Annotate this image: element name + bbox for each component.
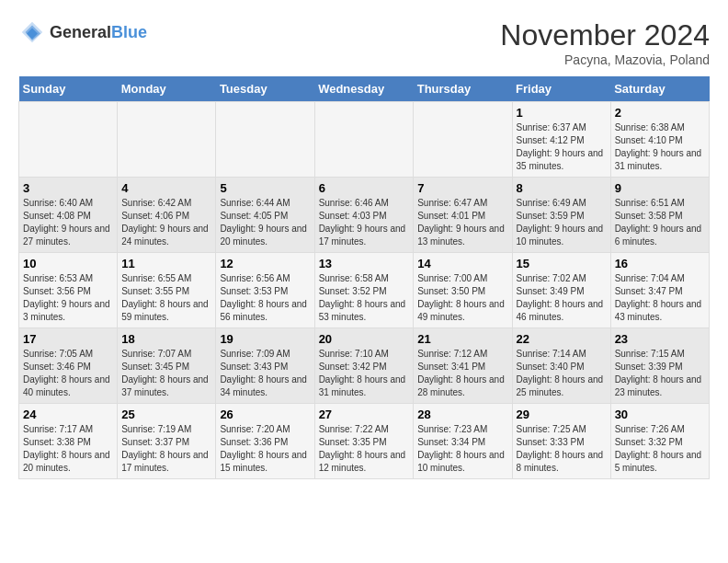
day-info: Sunrise: 7:19 AM Sunset: 3:37 PM Dayligh… bbox=[121, 423, 211, 475]
day-number: 2 bbox=[615, 106, 705, 120]
day-number: 5 bbox=[220, 181, 310, 195]
day-number: 16 bbox=[615, 257, 705, 270]
calendar-cell: 22Sunrise: 7:14 AM Sunset: 3:40 PM Dayli… bbox=[512, 328, 610, 404]
day-number: 23 bbox=[615, 332, 705, 346]
header-row: SundayMondayTuesdayWednesdayThursdayFrid… bbox=[19, 76, 710, 102]
day-number: 3 bbox=[23, 181, 113, 195]
day-number: 29 bbox=[517, 408, 607, 421]
day-info: Sunrise: 6:38 AM Sunset: 4:10 PM Dayligh… bbox=[615, 121, 705, 173]
calendar-cell: 10Sunrise: 6:53 AM Sunset: 3:56 PM Dayli… bbox=[19, 253, 118, 328]
calendar-cell: 30Sunrise: 7:26 AM Sunset: 3:32 PM Dayli… bbox=[610, 404, 709, 479]
day-info: Sunrise: 7:00 AM Sunset: 3:50 PM Dayligh… bbox=[417, 272, 507, 324]
day-number: 14 bbox=[417, 257, 507, 270]
day-header-thursday: Thursday bbox=[414, 76, 512, 102]
calendar-cell: 4Sunrise: 6:42 AM Sunset: 4:06 PM Daylig… bbox=[118, 178, 216, 253]
day-number: 8 bbox=[517, 181, 607, 195]
day-info: Sunrise: 6:49 AM Sunset: 3:59 PM Dayligh… bbox=[517, 197, 607, 248]
day-number: 28 bbox=[417, 408, 507, 421]
day-number: 7 bbox=[417, 181, 507, 195]
day-info: Sunrise: 6:56 AM Sunset: 3:53 PM Dayligh… bbox=[220, 272, 310, 324]
calendar-cell: 3Sunrise: 6:40 AM Sunset: 4:08 PM Daylig… bbox=[19, 178, 118, 253]
week-row-2: 3Sunrise: 6:40 AM Sunset: 4:08 PM Daylig… bbox=[19, 178, 710, 253]
day-info: Sunrise: 7:17 AM Sunset: 3:38 PM Dayligh… bbox=[23, 423, 113, 475]
calendar-cell: 18Sunrise: 7:07 AM Sunset: 3:45 PM Dayli… bbox=[118, 328, 216, 404]
calendar-cell: 24Sunrise: 7:17 AM Sunset: 3:38 PM Dayli… bbox=[19, 404, 118, 479]
calendar-cell: 16Sunrise: 7:04 AM Sunset: 3:47 PM Dayli… bbox=[610, 253, 709, 328]
day-number: 25 bbox=[121, 408, 211, 421]
day-number: 21 bbox=[417, 332, 507, 346]
calendar-cell: 20Sunrise: 7:10 AM Sunset: 3:42 PM Dayli… bbox=[314, 328, 414, 404]
day-header-wednesday: Wednesday bbox=[314, 76, 414, 102]
week-row-1: 1Sunrise: 6:37 AM Sunset: 4:12 PM Daylig… bbox=[19, 102, 710, 178]
day-info: Sunrise: 7:23 AM Sunset: 3:34 PM Dayligh… bbox=[417, 423, 507, 475]
day-info: Sunrise: 7:02 AM Sunset: 3:49 PM Dayligh… bbox=[517, 272, 607, 324]
day-header-saturday: Saturday bbox=[610, 76, 709, 102]
calendar-cell: 29Sunrise: 7:25 AM Sunset: 3:33 PM Dayli… bbox=[512, 404, 610, 479]
day-info: Sunrise: 7:25 AM Sunset: 3:33 PM Dayligh… bbox=[517, 423, 607, 475]
week-row-3: 10Sunrise: 6:53 AM Sunset: 3:56 PM Dayli… bbox=[19, 253, 710, 328]
day-info: Sunrise: 7:07 AM Sunset: 3:45 PM Dayligh… bbox=[121, 348, 211, 399]
day-number: 9 bbox=[615, 181, 705, 195]
calendar-cell bbox=[414, 102, 512, 178]
day-number: 30 bbox=[615, 408, 705, 421]
day-header-sunday: Sunday bbox=[19, 76, 118, 102]
day-info: Sunrise: 7:04 AM Sunset: 3:47 PM Dayligh… bbox=[615, 272, 705, 324]
day-info: Sunrise: 6:47 AM Sunset: 4:01 PM Dayligh… bbox=[417, 197, 507, 248]
day-number: 26 bbox=[220, 408, 310, 421]
calendar-cell bbox=[314, 102, 414, 178]
day-info: Sunrise: 7:26 AM Sunset: 3:32 PM Dayligh… bbox=[615, 423, 705, 475]
day-info: Sunrise: 7:05 AM Sunset: 3:46 PM Dayligh… bbox=[23, 348, 113, 399]
calendar-cell bbox=[118, 102, 216, 178]
day-number: 24 bbox=[23, 408, 113, 421]
day-info: Sunrise: 6:51 AM Sunset: 3:58 PM Dayligh… bbox=[615, 197, 705, 248]
calendar-cell: 15Sunrise: 7:02 AM Sunset: 3:49 PM Dayli… bbox=[512, 253, 610, 328]
calendar-cell: 13Sunrise: 6:58 AM Sunset: 3:52 PM Dayli… bbox=[314, 253, 414, 328]
day-info: Sunrise: 7:15 AM Sunset: 3:39 PM Dayligh… bbox=[615, 348, 705, 399]
calendar-cell: 9Sunrise: 6:51 AM Sunset: 3:58 PM Daylig… bbox=[610, 178, 709, 253]
week-row-5: 24Sunrise: 7:17 AM Sunset: 3:38 PM Dayli… bbox=[19, 404, 710, 479]
day-number: 13 bbox=[319, 257, 410, 270]
logo: GeneralBlue bbox=[18, 18, 147, 46]
calendar-cell: 23Sunrise: 7:15 AM Sunset: 3:39 PM Dayli… bbox=[610, 328, 709, 404]
day-info: Sunrise: 6:40 AM Sunset: 4:08 PM Dayligh… bbox=[23, 197, 113, 248]
day-info: Sunrise: 6:58 AM Sunset: 3:52 PM Dayligh… bbox=[319, 272, 410, 324]
day-number: 1 bbox=[517, 106, 607, 120]
calendar-cell: 8Sunrise: 6:49 AM Sunset: 3:59 PM Daylig… bbox=[512, 178, 610, 253]
logo-text: GeneralBlue bbox=[50, 23, 147, 42]
day-number: 20 bbox=[319, 332, 410, 346]
day-number: 22 bbox=[517, 332, 607, 346]
calendar-cell: 26Sunrise: 7:20 AM Sunset: 3:36 PM Dayli… bbox=[216, 404, 314, 479]
day-info: Sunrise: 6:44 AM Sunset: 4:05 PM Dayligh… bbox=[220, 197, 310, 248]
logo-icon bbox=[18, 18, 46, 46]
day-info: Sunrise: 6:55 AM Sunset: 3:55 PM Dayligh… bbox=[121, 272, 211, 324]
calendar-cell: 12Sunrise: 6:56 AM Sunset: 3:53 PM Dayli… bbox=[216, 253, 314, 328]
day-info: Sunrise: 7:20 AM Sunset: 3:36 PM Dayligh… bbox=[220, 423, 310, 475]
day-info: Sunrise: 6:46 AM Sunset: 4:03 PM Dayligh… bbox=[319, 197, 410, 248]
calendar-cell: 17Sunrise: 7:05 AM Sunset: 3:46 PM Dayli… bbox=[19, 328, 118, 404]
calendar-cell: 19Sunrise: 7:09 AM Sunset: 3:43 PM Dayli… bbox=[216, 328, 314, 404]
calendar-cell: 6Sunrise: 6:46 AM Sunset: 4:03 PM Daylig… bbox=[314, 178, 414, 253]
day-number: 27 bbox=[319, 408, 410, 421]
calendar-cell: 28Sunrise: 7:23 AM Sunset: 3:34 PM Dayli… bbox=[414, 404, 512, 479]
day-header-friday: Friday bbox=[512, 76, 610, 102]
day-number: 18 bbox=[121, 332, 211, 346]
calendar-cell: 11Sunrise: 6:55 AM Sunset: 3:55 PM Dayli… bbox=[118, 253, 216, 328]
day-info: Sunrise: 6:37 AM Sunset: 4:12 PM Dayligh… bbox=[517, 121, 607, 173]
day-header-monday: Monday bbox=[118, 76, 216, 102]
calendar-cell bbox=[19, 102, 118, 178]
calendar-cell: 27Sunrise: 7:22 AM Sunset: 3:35 PM Dayli… bbox=[314, 404, 414, 479]
location: Pacyna, Mazovia, Poland bbox=[500, 52, 710, 67]
day-info: Sunrise: 7:14 AM Sunset: 3:40 PM Dayligh… bbox=[517, 348, 607, 399]
calendar-cell: 21Sunrise: 7:12 AM Sunset: 3:41 PM Dayli… bbox=[414, 328, 512, 404]
day-info: Sunrise: 7:09 AM Sunset: 3:43 PM Dayligh… bbox=[220, 348, 310, 399]
day-number: 6 bbox=[319, 181, 410, 195]
day-number: 19 bbox=[220, 332, 310, 346]
week-row-4: 17Sunrise: 7:05 AM Sunset: 3:46 PM Dayli… bbox=[19, 328, 710, 404]
title-section: November 2024 Pacyna, Mazovia, Poland bbox=[500, 18, 710, 67]
calendar-cell: 1Sunrise: 6:37 AM Sunset: 4:12 PM Daylig… bbox=[512, 102, 610, 178]
calendar-cell: 14Sunrise: 7:00 AM Sunset: 3:50 PM Dayli… bbox=[414, 253, 512, 328]
day-info: Sunrise: 7:10 AM Sunset: 3:42 PM Dayligh… bbox=[319, 348, 410, 399]
day-info: Sunrise: 6:42 AM Sunset: 4:06 PM Dayligh… bbox=[121, 197, 211, 248]
day-number: 11 bbox=[121, 257, 211, 270]
day-number: 12 bbox=[220, 257, 310, 270]
